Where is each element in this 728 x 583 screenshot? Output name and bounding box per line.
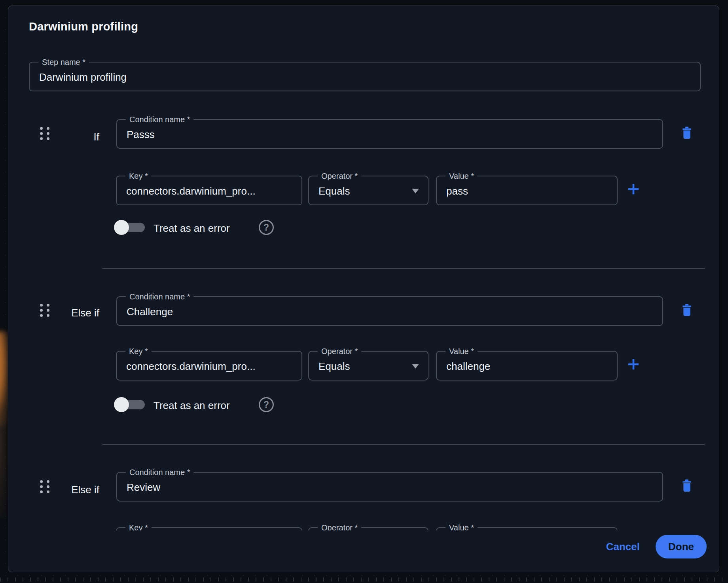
- cancel-button[interactable]: Cancel: [595, 535, 651, 558]
- rule-value-label: Value *: [446, 346, 478, 356]
- condition-name-label: Condition name *: [126, 292, 193, 301]
- toggle-thumb: [114, 220, 129, 235]
- add-rule-button[interactable]: [624, 356, 643, 374]
- step-name-field[interactable]: Step name * Darwinium profiling: [29, 62, 701, 91]
- step-config-dialog: Darwinium profiling Step name * Darwiniu…: [8, 6, 719, 572]
- delete-condition-button[interactable]: [680, 478, 694, 494]
- rule-operator-select[interactable]: Operator * Equals: [308, 176, 428, 205]
- condition-name-label: Condition name *: [126, 468, 193, 477]
- canvas-ruler-ticks: [0, 577, 728, 581]
- rule-operator-label: Operator *: [318, 171, 361, 181]
- condition-name-field[interactable]: Condition name * Review: [116, 472, 663, 502]
- step-name-label: Step name *: [38, 57, 89, 67]
- add-rule-button[interactable]: [624, 180, 643, 199]
- toggle-thumb: [114, 397, 129, 412]
- section-divider: [102, 444, 705, 445]
- trash-icon: [681, 125, 693, 140]
- condition-name-field[interactable]: Condition name * Passs: [116, 119, 663, 149]
- rule-value-field[interactable]: Value * challenge: [436, 351, 618, 380]
- condition-keyword: If: [30, 131, 99, 143]
- rule-operator-select[interactable]: Operator * Equals: [308, 351, 428, 380]
- dialog-footer: Cancel Done: [8, 530, 719, 572]
- rule-value-value: challenge: [446, 360, 490, 372]
- chevron-down-icon: [412, 364, 419, 369]
- dialog-body: Darwinium profiling Step name * Darwiniu…: [8, 6, 719, 530]
- rule-operator-label: Operator *: [318, 346, 361, 356]
- help-icon[interactable]: ?: [259, 220, 274, 235]
- rule-key-label: Key *: [125, 171, 152, 181]
- plus-icon: [625, 356, 642, 373]
- trash-icon: [681, 478, 693, 493]
- treat-as-error-label: Treat as an error: [154, 399, 230, 412]
- rule-key-field[interactable]: Key * connectors.darwinium_pro...: [116, 176, 302, 205]
- rule-value-value: pass: [446, 185, 468, 197]
- rule-value-field[interactable]: Value * pass: [436, 176, 618, 205]
- delete-condition-button[interactable]: [680, 302, 694, 318]
- rule-operator-value: Equals: [318, 185, 350, 197]
- done-button[interactable]: Done: [656, 535, 707, 558]
- condition-name-field[interactable]: Condition name * Challenge: [116, 296, 663, 326]
- condition-keyword: Else if: [30, 307, 99, 319]
- rule-key-value: connectors.darwinium_pro...: [126, 185, 256, 197]
- flow-canvas-background: Darwinium profiling Step name * Darwiniu…: [0, 0, 728, 583]
- rule-operator-value: Equals: [318, 360, 350, 372]
- plus-icon: [625, 181, 642, 197]
- condition-keyword: Else if: [30, 484, 99, 496]
- rule-value-label: Value *: [446, 171, 478, 181]
- background-node-partial-shadow: [0, 411, 8, 518]
- trash-icon: [681, 302, 693, 317]
- treat-as-error-toggle[interactable]: [114, 220, 146, 235]
- delete-condition-button[interactable]: [680, 125, 694, 141]
- treat-as-error-label: Treat as an error: [154, 222, 230, 235]
- dialog-title: Darwinium profiling: [29, 20, 138, 33]
- condition-name-value: Passs: [127, 128, 155, 140]
- condition-name-value: Review: [127, 481, 160, 493]
- rule-key-label: Key *: [125, 346, 152, 356]
- condition-name-label: Condition name *: [126, 115, 193, 124]
- help-icon[interactable]: ?: [259, 397, 274, 412]
- condition-name-value: Challenge: [127, 305, 173, 318]
- rule-key-field[interactable]: Key * connectors.darwinium_pro...: [116, 351, 302, 380]
- step-name-value: Darwinium profiling: [39, 71, 127, 83]
- treat-as-error-toggle[interactable]: [114, 397, 146, 412]
- section-divider: [102, 268, 705, 269]
- chevron-down-icon: [412, 189, 419, 193]
- rule-key-value: connectors.darwinium_pro...: [126, 360, 256, 372]
